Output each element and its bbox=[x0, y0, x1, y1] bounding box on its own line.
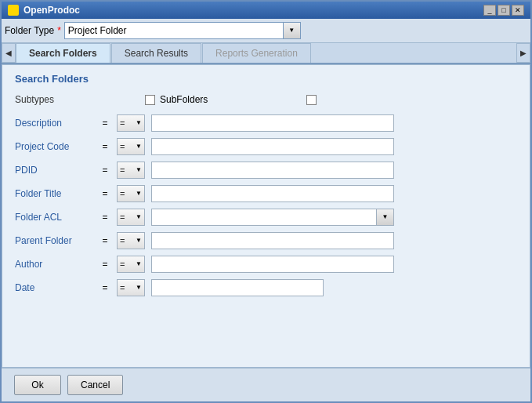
project-code-operator-dropdown[interactable]: = ▼ bbox=[117, 138, 145, 155]
buttons-row: Ok Cancel bbox=[2, 368, 530, 401]
form-row-date: Date = = ▼ bbox=[15, 279, 517, 296]
folder-acl-value-container: ▼ bbox=[151, 209, 394, 226]
pdid-operator-dropdown[interactable]: = ▼ bbox=[117, 162, 145, 179]
form-row-parent-folder: Parent Folder = = ▼ bbox=[15, 232, 517, 249]
main-panel: Search Folders Subtypes SubFolders Descr… bbox=[2, 64, 530, 368]
cancel-button[interactable]: Cancel bbox=[67, 375, 123, 395]
folder-acl-op-value: = bbox=[120, 212, 125, 222]
parent-folder-op-value: = bbox=[120, 236, 125, 245]
folder-type-dropdown-button[interactable]: ▼ bbox=[284, 22, 301, 39]
project-code-op-value: = bbox=[120, 142, 125, 151]
ok-button[interactable]: Ok bbox=[14, 375, 61, 395]
app-icon bbox=[8, 5, 19, 16]
chevron-down-icon: ▼ bbox=[288, 27, 295, 34]
folder-title-op-value: = bbox=[120, 189, 125, 198]
folder-type-input[interactable] bbox=[64, 22, 284, 39]
panel-title: Search Folders bbox=[15, 73, 517, 85]
pdid-label: PDID bbox=[15, 165, 93, 176]
subtypes-row: Subtypes SubFolders bbox=[15, 94, 517, 105]
author-label: Author bbox=[15, 259, 93, 270]
chevron-down-icon: ▼ bbox=[136, 238, 142, 244]
parent-folder-operator-dropdown[interactable]: = ▼ bbox=[117, 232, 145, 249]
description-operator-dropdown[interactable]: = ▼ bbox=[117, 114, 145, 132]
folder-type-row: Folder Type * ▼ bbox=[2, 19, 530, 43]
project-code-label: Project Code bbox=[15, 141, 93, 152]
chevron-down-icon: ▼ bbox=[136, 261, 142, 267]
chevron-down-icon: ▼ bbox=[136, 120, 142, 126]
parent-folder-input[interactable] bbox=[151, 232, 394, 249]
description-op-value: = bbox=[120, 118, 125, 128]
folder-title-label: Folder Title bbox=[15, 188, 93, 199]
required-indicator: * bbox=[57, 25, 61, 36]
tab-search-results[interactable]: Search Results bbox=[111, 43, 201, 63]
tabs: Search Folders Search Results Reports Ge… bbox=[16, 43, 516, 63]
minimize-button[interactable]: _ bbox=[483, 5, 496, 16]
date-input[interactable] bbox=[151, 279, 324, 296]
description-operator: = bbox=[100, 118, 110, 129]
description-input[interactable] bbox=[151, 114, 394, 132]
author-operator-dropdown[interactable]: = ▼ bbox=[117, 256, 145, 273]
form-row-folder-title: Folder Title = = ▼ bbox=[15, 185, 517, 202]
folder-acl-operator-dropdown[interactable]: = ▼ bbox=[117, 209, 145, 226]
author-op-value: = bbox=[120, 260, 125, 269]
titlebar-controls: _ □ ✕ bbox=[483, 5, 524, 16]
subfolders-group: SubFolders bbox=[145, 94, 317, 105]
project-code-operator: = bbox=[100, 141, 110, 152]
chevron-down-icon: ▼ bbox=[382, 214, 389, 220]
tabs-right-arrow[interactable]: ▶ bbox=[516, 43, 530, 63]
form-row-project-code: Project Code = = ▼ bbox=[15, 138, 517, 155]
titlebar: OpenProdoc _ □ ✕ bbox=[2, 2, 530, 19]
author-operator: = bbox=[100, 259, 110, 270]
pdid-op-value: = bbox=[120, 165, 125, 175]
date-operator: = bbox=[100, 282, 110, 293]
folder-acl-operator: = bbox=[100, 212, 110, 223]
form-row-pdid: PDID = = ▼ bbox=[15, 162, 517, 179]
folder-acl-input[interactable] bbox=[151, 209, 377, 226]
tabs-container: ◀ Search Folders Search Results Reports … bbox=[2, 43, 530, 64]
form-grid: Subtypes SubFolders Description = = ▼ bbox=[15, 94, 517, 296]
folder-title-operator: = bbox=[100, 188, 110, 199]
tabs-left-arrow[interactable]: ◀ bbox=[2, 43, 16, 63]
folder-acl-value-dropdown[interactable]: ▼ bbox=[377, 209, 394, 226]
subtypes-label: Subtypes bbox=[15, 94, 93, 105]
main-window: OpenProdoc _ □ ✕ Folder Type * ▼ ◀ Searc… bbox=[0, 0, 532, 403]
folder-acl-label: Folder ACL bbox=[15, 212, 93, 223]
chevron-down-icon: ▼ bbox=[136, 143, 142, 150]
subfolders-checkbox2[interactable] bbox=[306, 95, 317, 105]
app-title: OpenProdoc bbox=[24, 5, 80, 16]
form-row-description: Description = = ▼ bbox=[15, 114, 517, 132]
folder-title-input[interactable] bbox=[151, 185, 394, 202]
maximize-button[interactable]: □ bbox=[498, 5, 510, 16]
folder-type-label: Folder Type bbox=[5, 25, 54, 36]
parent-folder-label: Parent Folder bbox=[15, 235, 93, 246]
chevron-down-icon: ▼ bbox=[136, 191, 142, 197]
chevron-down-icon: ▼ bbox=[136, 167, 142, 173]
parent-folder-operator: = bbox=[100, 235, 110, 246]
pdid-input[interactable] bbox=[151, 162, 394, 179]
chevron-down-icon: ▼ bbox=[136, 214, 142, 220]
subfolders-checkbox[interactable] bbox=[145, 95, 155, 105]
subfolders-label: SubFolders bbox=[160, 94, 208, 105]
project-code-input[interactable] bbox=[151, 138, 394, 155]
titlebar-title: OpenProdoc bbox=[8, 5, 80, 16]
tab-search-folders[interactable]: Search Folders bbox=[16, 43, 110, 63]
description-label: Description bbox=[15, 118, 93, 129]
close-button[interactable]: ✕ bbox=[512, 5, 524, 16]
pdid-operator: = bbox=[100, 165, 110, 176]
form-row-author: Author = = ▼ bbox=[15, 256, 517, 273]
date-operator-dropdown[interactable]: = ▼ bbox=[117, 279, 145, 296]
folder-title-operator-dropdown[interactable]: = ▼ bbox=[117, 185, 145, 202]
date-op-value: = bbox=[120, 283, 125, 292]
author-input[interactable] bbox=[151, 256, 394, 273]
date-label: Date bbox=[15, 282, 93, 293]
form-row-folder-acl: Folder ACL = = ▼ ▼ bbox=[15, 209, 517, 226]
chevron-down-icon: ▼ bbox=[136, 285, 142, 291]
tab-reports-generation: Reports Generation bbox=[202, 43, 311, 63]
